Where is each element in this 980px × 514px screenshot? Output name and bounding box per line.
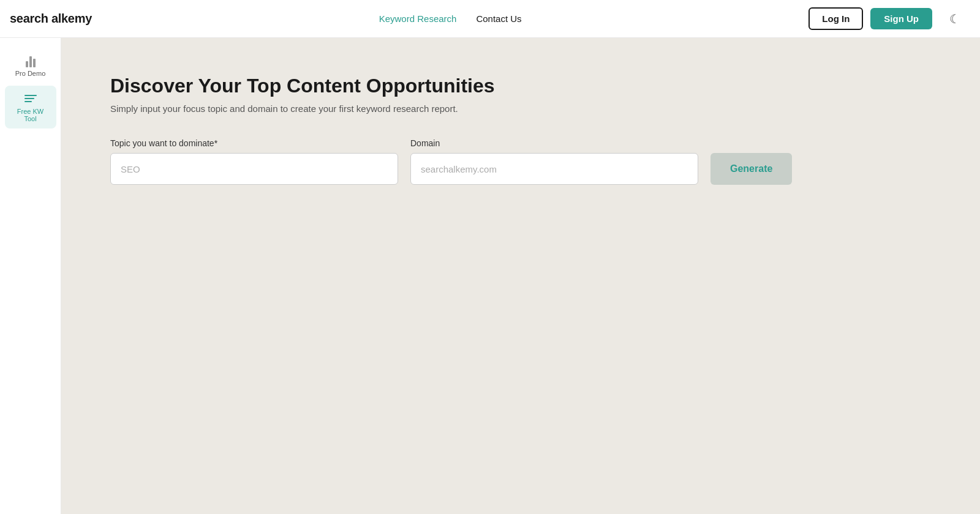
- moon-icon: ☾: [949, 12, 960, 26]
- bar-chart-icon: [26, 54, 36, 67]
- sidebar-item-free-kw-tool-label: Free KW Tool: [12, 108, 49, 122]
- list-icon: [24, 92, 37, 105]
- page-subtitle: Simply input your focus topic and domain…: [110, 103, 931, 114]
- topic-form-group: Topic you want to dominate*: [110, 138, 398, 185]
- dark-mode-button[interactable]: ☾: [944, 9, 965, 29]
- topic-label: Topic you want to dominate*: [110, 138, 398, 148]
- keyword-form: Topic you want to dominate* Domain Gener…: [110, 138, 931, 185]
- main-content: Discover Your Top Content Opportunities …: [61, 38, 980, 514]
- header-actions: Log In Sign Up ☾: [809, 7, 965, 30]
- domain-form-group: Domain: [410, 138, 698, 185]
- sidebar-item-pro-demo-label: Pro Demo: [15, 70, 46, 77]
- sidebar: Pro Demo Free KW Tool: [0, 38, 61, 514]
- page-title: Discover Your Top Content Opportunities: [110, 75, 931, 97]
- domain-label: Domain: [410, 138, 698, 148]
- logo: search alkemy: [10, 12, 92, 26]
- topic-input[interactable]: [110, 153, 398, 185]
- domain-input[interactable]: [410, 153, 698, 185]
- generate-button[interactable]: Generate: [710, 153, 792, 185]
- sidebar-item-free-kw-tool[interactable]: Free KW Tool: [5, 86, 56, 128]
- signup-button[interactable]: Sign Up: [870, 8, 932, 29]
- sidebar-item-pro-demo[interactable]: Pro Demo: [5, 48, 56, 83]
- nav-contact-us[interactable]: Contact Us: [476, 13, 521, 24]
- header: search alkemy Keyword Research Contact U…: [0, 0, 980, 38]
- login-button[interactable]: Log In: [809, 7, 863, 30]
- nav: Keyword Research Contact Us: [379, 13, 522, 24]
- nav-keyword-research[interactable]: Keyword Research: [379, 13, 457, 24]
